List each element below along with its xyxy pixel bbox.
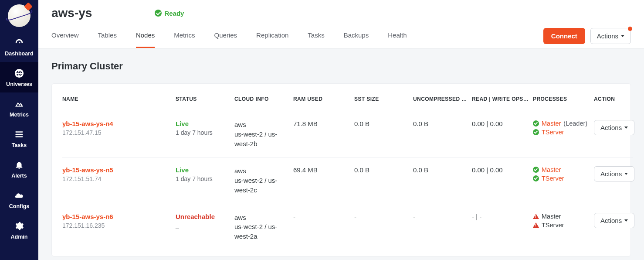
list-icon xyxy=(14,129,24,140)
node-uptime: _ xyxy=(176,222,230,229)
column-header: READ | WRITE OPS/SEC xyxy=(472,87,533,111)
sidebar-item-configs[interactable]: Configs xyxy=(0,184,38,215)
sidebar-item-metrics[interactable]: Metrics xyxy=(0,92,38,123)
column-header: STATUS xyxy=(176,87,234,111)
node-name-link[interactable]: yb-15-aws-ys-n6 xyxy=(62,213,171,220)
process-line: Master xyxy=(533,213,590,220)
caret-down-icon xyxy=(624,173,628,175)
gear-icon xyxy=(14,221,24,231)
cloud-icon xyxy=(14,190,24,201)
cloud-region: us-west-2 / us-west-2b xyxy=(234,130,289,149)
caret-down-icon xyxy=(624,219,628,222)
uncompressed-sst: 0.0 B xyxy=(413,157,472,204)
ops-per-sec: 0.00 | 0.00 xyxy=(472,157,533,204)
bell-icon xyxy=(14,160,24,170)
process-label[interactable]: TServer xyxy=(542,175,564,182)
node-uptime: 1 day 7 hours xyxy=(176,129,230,136)
node-status: Live xyxy=(176,166,230,174)
sidebar-item-alerts[interactable]: Alerts xyxy=(0,154,38,184)
actions-label: Actions xyxy=(597,32,618,40)
row-actions-button[interactable]: Actions xyxy=(594,166,634,181)
column-header: RAM USED xyxy=(293,87,354,111)
tabs-row: OverviewTablesNodesMetricsQueriesReplica… xyxy=(38,24,644,48)
notification-dot-icon xyxy=(628,27,632,31)
tab-replication[interactable]: Replication xyxy=(256,24,288,48)
column-header: SST SIZE xyxy=(354,87,413,111)
process-note: (Leader) xyxy=(563,120,587,127)
ram-used: 71.8 MB xyxy=(293,111,354,157)
node-uptime: 1 day 7 hours xyxy=(176,175,230,182)
nodes-table: NAMESTATUSCLOUD INFORAM USEDSST SIZEUNCO… xyxy=(62,87,633,250)
sidebar-item-label: Universes xyxy=(6,81,32,87)
ram-used: 69.4 MB xyxy=(293,157,354,204)
connect-button[interactable]: Connect xyxy=(543,28,585,44)
process-line: TServer xyxy=(533,175,590,182)
sidebar: DashboardUniversesMetricsTasksAlertsConf… xyxy=(0,0,38,260)
process-label[interactable]: Master xyxy=(542,166,561,173)
check-circle-icon xyxy=(533,120,539,127)
chart-line-icon xyxy=(14,99,24,109)
actions-label: Actions xyxy=(600,170,622,178)
tab-metrics[interactable]: Metrics xyxy=(174,24,195,48)
check-circle-icon xyxy=(155,10,162,17)
sidebar-item-admin[interactable]: Admin xyxy=(0,215,38,245)
ops-per-sec: 0.00 | 0.00 xyxy=(472,111,533,157)
processes-cell: Master (Leader)TServer xyxy=(533,111,594,157)
sst-size: 0.0 B xyxy=(354,157,413,204)
ram-used: - xyxy=(293,204,354,250)
node-name-link[interactable]: yb-15-aws-ys-n4 xyxy=(62,120,171,127)
caret-down-icon xyxy=(621,35,624,37)
section-title: Primary Cluster xyxy=(51,61,631,72)
svg-point-2 xyxy=(15,136,16,137)
uncompressed-sst: - xyxy=(413,204,472,250)
row-actions-button[interactable]: Actions xyxy=(594,213,634,228)
table-row: yb-15-aws-ys-n4172.151.47.15Live1 day 7 … xyxy=(62,111,633,157)
node-ip: 172.151.47.15 xyxy=(62,129,171,136)
column-header: UNCOMPRESSED SST… xyxy=(413,87,472,111)
cloud-region: us-west-2 / us-west-2a xyxy=(234,222,289,241)
sidebar-item-label: Tasks xyxy=(12,142,27,148)
sst-size: - xyxy=(354,204,413,250)
sst-size: 0.0 B xyxy=(354,111,413,157)
sidebar-item-universes[interactable]: Universes xyxy=(0,62,38,92)
content: Primary Cluster NAMESTATUSCLOUD INFORAM … xyxy=(38,48,644,260)
sidebar-item-tasks[interactable]: Tasks xyxy=(0,123,38,154)
process-label[interactable]: TServer xyxy=(542,129,564,136)
column-header: NAME xyxy=(62,87,176,111)
tab-tasks[interactable]: Tasks xyxy=(308,24,324,48)
tab-nodes[interactable]: Nodes xyxy=(136,24,155,48)
product-logo[interactable] xyxy=(0,0,38,31)
node-status: Unreachable xyxy=(176,213,230,220)
main-area: aws-ys Ready OverviewTablesNodesMetricsQ… xyxy=(38,0,644,260)
cloud-region: us-west-2 / us-west-2c xyxy=(234,176,289,195)
universe-status: Ready xyxy=(155,10,184,17)
process-label[interactable]: Master xyxy=(542,120,561,127)
table-row: yb-15-aws-ys-n5172.151.51.74Live1 day 7 … xyxy=(62,157,633,204)
universe-actions-button[interactable]: Actions xyxy=(590,28,631,44)
sidebar-item-dashboard[interactable]: Dashboard xyxy=(0,31,38,62)
row-actions-button[interactable]: Actions xyxy=(594,120,634,135)
check-circle-icon xyxy=(533,129,539,135)
svg-point-0 xyxy=(15,131,16,132)
cloud-provider: aws xyxy=(234,213,289,222)
planet-icon xyxy=(8,4,31,27)
tab-overview[interactable]: Overview xyxy=(51,24,79,48)
tab-backups[interactable]: Backups xyxy=(344,24,369,48)
process-label: Master xyxy=(542,213,561,220)
actions-label: Actions xyxy=(600,124,622,131)
process-label: TServer xyxy=(542,222,564,229)
nodes-panel: NAMESTATUSCLOUD INFORAM USEDSST SIZEUNCO… xyxy=(51,83,631,257)
actions-label: Actions xyxy=(600,217,622,224)
tab-queries[interactable]: Queries xyxy=(214,24,237,48)
processes-cell: MasterTServer xyxy=(533,204,594,250)
table-row: yb-15-aws-ys-n6172.151.16.235Unreachable… xyxy=(62,204,633,250)
header: aws-ys Ready OverviewTablesNodesMetricsQ… xyxy=(38,0,644,48)
check-circle-icon xyxy=(533,167,539,173)
column-header: PROCESSES xyxy=(533,87,594,111)
column-header: CLOUD INFO xyxy=(234,87,293,111)
gauge-icon xyxy=(14,38,24,48)
tab-health[interactable]: Health xyxy=(388,24,407,48)
column-header: ACTION xyxy=(594,87,633,111)
node-name-link[interactable]: yb-15-aws-ys-n5 xyxy=(62,166,171,174)
tab-tables[interactable]: Tables xyxy=(98,24,117,48)
